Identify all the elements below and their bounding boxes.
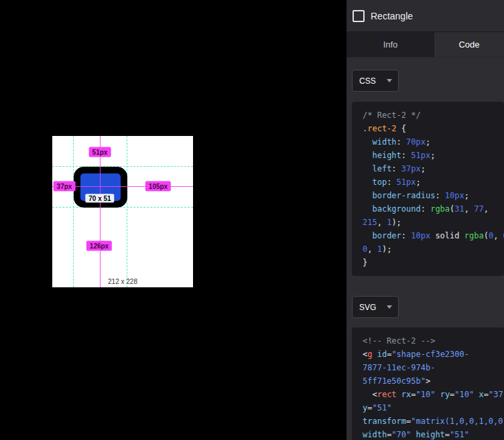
code-line: .rect-2 { (363, 122, 504, 135)
code-line: border: 10px solid rgba(0, 0, (363, 229, 504, 242)
artboard-size-label: 212 x 228 (108, 278, 137, 285)
guide-line-horizontal-bottom (52, 207, 193, 208)
guide-line-vertical-right (127, 136, 127, 287)
code-line: <rect rx="10" ry="10" x="37" (363, 388, 504, 401)
shape-name-label: Rectangle (371, 11, 413, 21)
panel-content: CSS /* Rect-2 */.rect-2 { width: 70px; h… (346, 58, 504, 440)
shape-size-label: 70 x 51 (85, 194, 114, 203)
measurement-right-badge: 105px (145, 181, 171, 192)
code-line: y="51" (363, 401, 504, 415)
app-window: 51px 37px 105px 126px 70 x 51 212 x 228 … (0, 0, 504, 440)
shape-select-checkbox[interactable] (353, 10, 365, 22)
measurement-bottom-badge: 126px (86, 241, 112, 251)
guide-line-vertical-left (73, 136, 74, 287)
code-line: } (363, 256, 504, 269)
measurement-left-badge: 37px (54, 181, 76, 192)
code-line: /* Rect-2 */ (363, 108, 504, 122)
code-line: 5ff71e50c95b"> (363, 374, 504, 388)
code-line: 7877-11ec-974b- (363, 361, 504, 374)
inspect-panel: Rectangle Info Code CSS /* Rect-2 */.rec… (346, 0, 504, 440)
code-line: 0, 1); (363, 242, 504, 256)
chevron-down-icon (387, 305, 392, 309)
svg-language-select[interactable]: SVG (352, 296, 399, 318)
chevron-down-icon (387, 79, 392, 82)
code-line: top: 51px; (363, 175, 504, 189)
css-language-select[interactable]: CSS (352, 70, 399, 92)
css-language-select-value: CSS (359, 76, 376, 86)
tab-info[interactable]: Info (346, 32, 434, 57)
tab-code[interactable]: Code (434, 32, 504, 57)
measurement-top-badge: 51px (89, 147, 111, 157)
artboard[interactable]: 51px 37px 105px 126px 70 x 51 212 x 228 (52, 136, 193, 287)
code-line: width: 70px; (363, 135, 504, 149)
code-line: background: rgba(31, 77, (363, 202, 504, 216)
code-line: left: 37px; (363, 162, 504, 175)
measure-line-vertical (100, 136, 101, 287)
tab-bar: Info Code (346, 32, 504, 58)
panel-header: Rectangle (346, 0, 504, 32)
code-line: transform="matrix(1,0,0,1,0,0)" (363, 415, 504, 428)
svg-language-select-value: SVG (359, 303, 376, 312)
code-line: 215, 1); (363, 216, 504, 229)
code-line: <!-- Rect-2 --> (363, 334, 504, 348)
guide-line-horizontal-top (52, 166, 193, 167)
code-line: width="70" height="51" (363, 428, 504, 440)
code-line: height: 51px; (363, 149, 504, 162)
css-code-block[interactable]: /* Rect-2 */.rect-2 { width: 70px; heigh… (352, 102, 504, 276)
code-line: border-radius: 10px; (363, 189, 504, 202)
svg-code-block[interactable]: <!-- Rect-2 --><g id="shape-cf3e2300-787… (352, 327, 504, 440)
code-line: <g id="shape-cf3e2300- (363, 348, 504, 361)
